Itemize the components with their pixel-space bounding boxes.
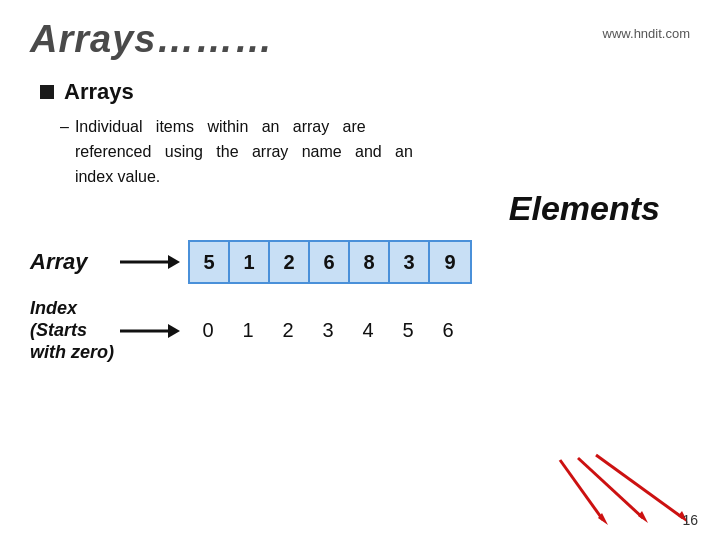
svg-marker-5 <box>598 513 608 525</box>
array-cell-5: 3 <box>390 242 430 282</box>
index-num-6: 6 <box>428 316 468 346</box>
array-boxes: 5 1 2 6 8 3 9 <box>188 240 472 284</box>
array-cell-0: 5 <box>190 242 230 282</box>
diagram-wrapper: Array 5 1 2 6 8 3 9 Index <box>30 240 690 363</box>
bullet-square-icon <box>40 85 54 99</box>
header: Arrays……… www.hndit.com <box>30 18 690 61</box>
index-row: Index (Starts with zero) 0 1 2 3 4 5 6 <box>30 298 690 363</box>
svg-marker-7 <box>638 511 648 523</box>
index-label-text1: Index <box>30 298 77 318</box>
page-number: 16 <box>682 512 698 528</box>
array-cell-2: 2 <box>270 242 310 282</box>
index-num-4: 4 <box>348 316 388 346</box>
index-num-3: 3 <box>308 316 348 346</box>
svg-line-8 <box>596 455 683 518</box>
array-arrow-icon <box>120 250 180 274</box>
index-arrow-icon <box>120 319 180 343</box>
slide-title: Arrays……… <box>30 18 273 61</box>
dash: – <box>60 115 69 140</box>
index-num-2: 2 <box>268 316 308 346</box>
array-cell-4: 8 <box>350 242 390 282</box>
index-num-5: 5 <box>388 316 428 346</box>
elements-container: Elements <box>30 199 690 236</box>
website-url: www.hndit.com <box>603 26 690 41</box>
array-cell-6: 9 <box>430 242 470 282</box>
array-label: Array <box>30 249 120 275</box>
array-cell-3: 6 <box>310 242 350 282</box>
bullet-section: Arrays <box>40 79 690 105</box>
svg-marker-1 <box>168 255 180 269</box>
svg-line-6 <box>578 458 643 518</box>
bullet-label: Arrays <box>64 79 134 105</box>
description-text: – Individual items within an array arere… <box>60 115 690 189</box>
index-num-0: 0 <box>188 316 228 346</box>
index-label-text2: (Starts with zero) <box>30 320 114 362</box>
sub-section: – Individual items within an array arere… <box>60 115 690 189</box>
elements-label: Elements <box>509 189 660 228</box>
index-num-1: 1 <box>228 316 268 346</box>
svg-marker-3 <box>168 324 180 338</box>
bullet-row: Arrays <box>40 79 690 105</box>
index-numbers: 0 1 2 3 4 5 6 <box>188 316 468 346</box>
array-row: Array 5 1 2 6 8 3 9 <box>30 240 690 284</box>
red-arrows-overlay <box>30 240 720 540</box>
array-cell-1: 1 <box>230 242 270 282</box>
description-body: Individual items within an array arerefe… <box>75 115 413 189</box>
svg-line-4 <box>560 460 603 520</box>
index-label: Index (Starts with zero) <box>30 298 120 363</box>
slide-page: Arrays……… www.hndit.com Arrays – Individ… <box>0 0 720 540</box>
